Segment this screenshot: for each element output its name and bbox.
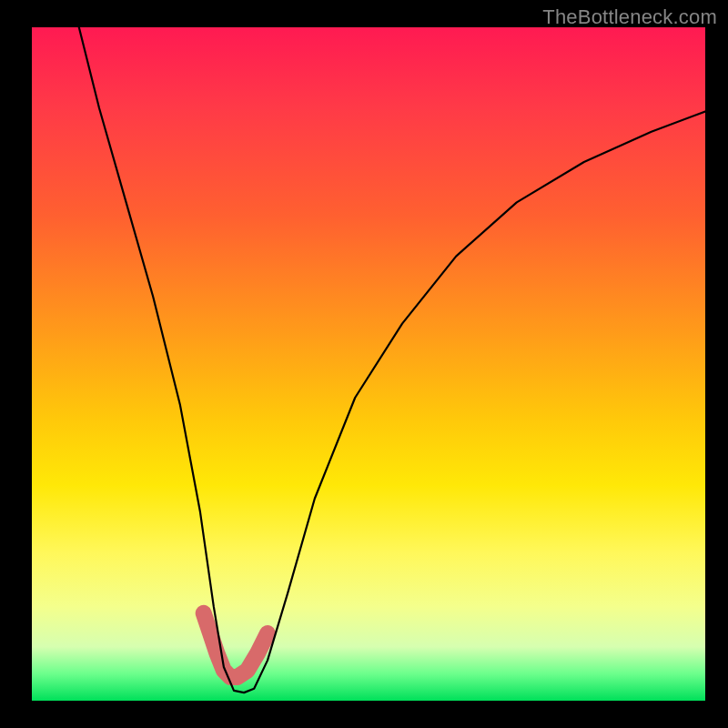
chart-stage: TheBottleneck.com (0, 0, 728, 728)
curve-overlay (32, 27, 705, 701)
gradient-plot-area (32, 27, 705, 701)
watermark-text: TheBottleneck.com (542, 5, 717, 29)
bottleneck-curve (79, 27, 705, 693)
marker-band-line (204, 613, 268, 677)
